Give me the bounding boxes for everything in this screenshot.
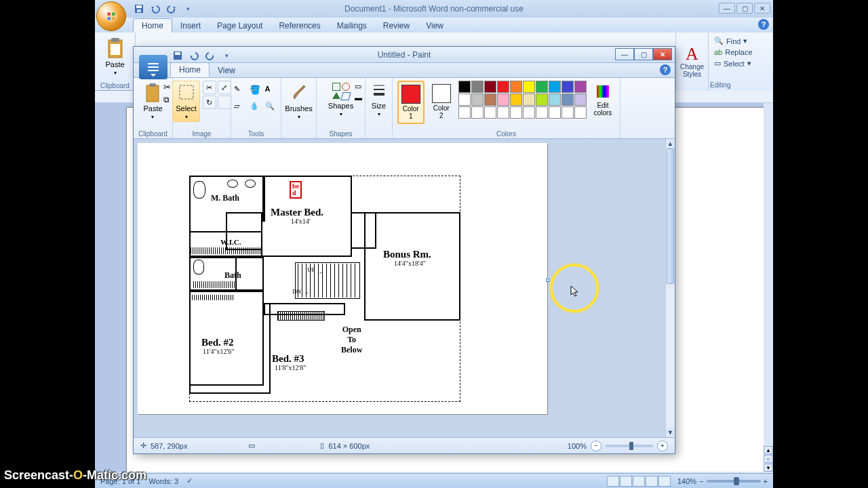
zoom-slider[interactable]: [707, 480, 761, 483]
color-swatch[interactable]: [549, 94, 561, 106]
tab-mailings[interactable]: Mailings: [329, 19, 375, 33]
color-swatch[interactable]: [536, 94, 548, 106]
outline-view[interactable]: [646, 476, 658, 487]
fill-shape-icon[interactable]: ▬: [355, 94, 362, 102]
paint-save-icon[interactable]: [172, 49, 184, 62]
cut-icon[interactable]: ✂: [163, 82, 171, 92]
paint-redo-icon[interactable]: [204, 49, 216, 62]
office-button[interactable]: [96, 1, 126, 31]
word-minimize-button[interactable]: —: [719, 3, 735, 14]
zoom-in-button[interactable]: +: [764, 477, 768, 485]
word-scrollbar-v[interactable]: [764, 103, 773, 472]
find-button[interactable]: 🔍Find ▾: [713, 35, 769, 47]
undo-icon[interactable]: [149, 3, 161, 15]
paint-maximize-button[interactable]: ▢: [634, 48, 653, 60]
scroll-up-icon[interactable]: ▲: [666, 139, 675, 148]
shapes-button[interactable]: Shapes▾: [325, 81, 357, 119]
size-button[interactable]: Size▾: [368, 81, 390, 119]
color-swatch[interactable]: [561, 81, 574, 93]
scroll-down-icon[interactable]: ▼: [666, 428, 675, 437]
print-layout-view[interactable]: [607, 476, 619, 487]
word-count[interactable]: Words: 3: [149, 477, 178, 485]
zoom-out-button[interactable]: −: [699, 477, 703, 485]
color-swatch[interactable]: [484, 94, 496, 106]
paint-close-button[interactable]: ✕: [653, 48, 672, 60]
proofing-icon[interactable]: ✓: [186, 476, 193, 485]
prev-page-button[interactable]: ▲: [764, 446, 773, 454]
eraser-icon[interactable]: ▱: [234, 102, 248, 117]
redo-icon[interactable]: [165, 3, 178, 15]
paint-zoom-level[interactable]: 100%: [568, 442, 587, 450]
color-swatch[interactable]: [574, 81, 587, 93]
scroll-thumb[interactable]: [667, 148, 674, 284]
full-screen-view[interactable]: [620, 476, 632, 487]
canvas-handle-right[interactable]: [546, 279, 549, 282]
paint-tab-view[interactable]: View: [210, 64, 243, 77]
paint-scrollbar-v[interactable]: ▲ ▼: [665, 139, 675, 437]
color-2-button[interactable]: Color 2: [429, 81, 454, 123]
paint-titlebar[interactable]: ▾ Untitled - Paint — ▢ ✕: [134, 47, 675, 63]
outline-icon[interactable]: ▭: [355, 82, 362, 91]
save-icon[interactable]: [133, 3, 145, 15]
paint-qat-customize[interactable]: ▾: [220, 49, 233, 62]
color-swatch[interactable]: [523, 81, 535, 93]
select-button[interactable]: Select▾: [172, 81, 200, 122]
color-swatch[interactable]: [497, 94, 509, 106]
paint-undo-icon[interactable]: [188, 49, 200, 62]
rotate-icon[interactable]: ↻: [203, 96, 216, 109]
web-layout-view[interactable]: [633, 476, 645, 487]
browse-object-button[interactable]: ○: [764, 455, 773, 463]
qat-customize-icon[interactable]: ▾: [182, 3, 194, 15]
crop-icon[interactable]: ✂: [203, 81, 216, 94]
color-swatch[interactable]: [484, 81, 496, 93]
color-swatch[interactable]: [536, 81, 548, 93]
paint-paste-button[interactable]: Paste▾: [140, 81, 165, 122]
color-swatch[interactable]: [574, 94, 587, 106]
paint-zoom-slider[interactable]: [606, 445, 653, 447]
copy-icon[interactable]: ⧉: [163, 95, 171, 104]
next-page-button[interactable]: ▼: [764, 464, 773, 472]
magnifier-icon[interactable]: 🔍: [265, 102, 279, 117]
tab-references[interactable]: References: [271, 19, 328, 33]
paint-zoom-out[interactable]: −: [591, 441, 601, 451]
paint-menu-button[interactable]: [139, 55, 167, 79]
color-swatch[interactable]: [510, 81, 522, 93]
zoom-level[interactable]: 140%: [677, 477, 696, 485]
word-help-icon[interactable]: ?: [758, 19, 769, 30]
paint-tab-home[interactable]: Home: [170, 62, 210, 77]
color-swatch[interactable]: [561, 94, 574, 106]
word-paste-button[interactable]: Paste ▾: [102, 35, 128, 78]
picker-icon[interactable]: 💧: [250, 102, 263, 117]
replace-button[interactable]: abReplace: [713, 47, 769, 58]
draft-view[interactable]: [658, 476, 671, 487]
brushes-button[interactable]: Brushes▾: [281, 81, 315, 122]
select-button[interactable]: ▭Select ▾: [713, 58, 769, 69]
color-swatch[interactable]: [458, 81, 471, 93]
color-swatch[interactable]: [458, 94, 471, 106]
tab-page-layout[interactable]: Page Layout: [209, 19, 271, 33]
color-swatch[interactable]: [523, 94, 535, 106]
paint-minimize-button[interactable]: —: [615, 48, 634, 60]
word-close-button[interactable]: ✕: [754, 3, 770, 14]
fill-icon[interactable]: 🪣: [250, 85, 263, 100]
color-swatch[interactable]: [497, 81, 509, 93]
tab-home[interactable]: Home: [133, 18, 172, 33]
tab-review[interactable]: Review: [375, 19, 418, 33]
tab-insert[interactable]: Insert: [172, 19, 209, 33]
color-swatch[interactable]: [471, 81, 484, 93]
resize-icon[interactable]: ⤢: [218, 81, 231, 94]
swatch-empty[interactable]: [458, 106, 471, 119]
color-swatch[interactable]: [471, 94, 484, 106]
color-1-button[interactable]: Color 1: [397, 81, 425, 124]
color-swatch[interactable]: [549, 81, 561, 93]
paint-help-icon[interactable]: ?: [660, 64, 671, 75]
word-maximize-button[interactable]: ▢: [736, 3, 753, 14]
change-styles-button[interactable]: A Change Styles: [675, 33, 708, 91]
paint-zoom-in[interactable]: +: [657, 441, 668, 451]
pencil-icon[interactable]: ✎: [234, 85, 248, 100]
text-icon[interactable]: A: [265, 85, 279, 100]
canvas[interactable]: be d M. Bath Master Bed. 14'x14' W.I.C. …: [138, 143, 547, 414]
color-swatch[interactable]: [510, 94, 522, 106]
tab-view[interactable]: View: [418, 19, 452, 33]
edit-colors-button[interactable]: Edit colors: [591, 81, 616, 119]
